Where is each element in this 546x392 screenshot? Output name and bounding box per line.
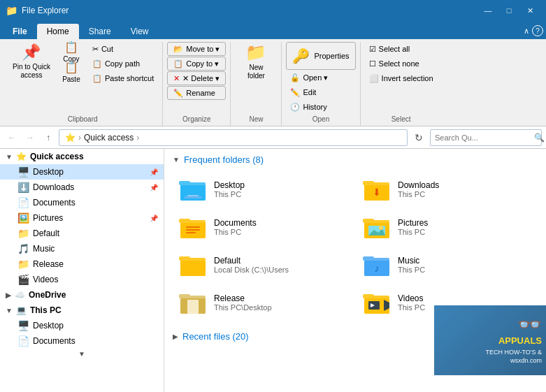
sidebar-item-documents[interactable]: 📄 Documents [0,195,164,210]
folder-info-documents: Documents This PC [214,218,257,236]
forward-button[interactable]: → [22,130,38,145]
close-button[interactable]: ✕ [519,0,540,21]
desktop-icon: 🖥️ [17,166,29,177]
move-to-button[interactable]: 📂 Move to ▾ [167,42,226,56]
frequent-folders-header[interactable]: ▼ Frequent folders (8) [173,154,538,165]
cut-button[interactable]: ✂ Cut [88,42,158,56]
quick-access-icon: ⭐ [16,152,27,161]
folder-sub-videos: This PC [398,303,425,312]
new-folder-button[interactable]: 📁 Newfolder [235,42,277,81]
invert-selection-button[interactable]: ⬜ Invert selection [365,71,438,85]
documents-label: Documents [33,198,158,208]
sidebar-item-release[interactable]: 📁 Release [0,256,164,272]
folder-name-music: Music [398,256,425,266]
edit-button[interactable]: ✏️ Edit [286,85,355,99]
sidebar-item-documents2[interactable]: 📄 Documents [0,333,164,349]
copy-path-button[interactable]: 📋 Copy path [88,57,158,71]
sidebar-item-desktop2[interactable]: 🖥️ Desktop [0,318,164,333]
folder-item-music[interactable]: ♪ Music This PC [357,247,538,282]
organize-label: Organize [167,114,226,123]
back-button[interactable]: ← [4,130,20,145]
recent-files-label: Recent files (20) [182,331,249,342]
folder-item-release[interactable]: Release This PC\Desktop [173,285,354,320]
select-all-label: Select all [379,45,410,53]
folder-name-pictures: Pictures [398,218,428,228]
svg-rect-23 [179,256,190,261]
open-button[interactable]: 🔓 Open ▾ [286,71,355,85]
folder-sub-desktop: This PC [214,190,245,198]
delete-button[interactable]: ✕ ✕ Delete ▾ [167,71,226,85]
pin-label: Pin to Quickaccess [13,63,50,80]
copy-button[interactable]: 📋 Copy [57,42,85,61]
help-button[interactable]: ? [532,25,543,36]
sidebar-section-thispc[interactable]: ▼ 💻 This PC [0,303,164,318]
tab-share[interactable]: Share [79,24,121,39]
move-to-label: Move to ▾ [186,45,220,54]
svg-rect-26 [363,256,374,261]
copy-to-button[interactable]: 📋 Copy to ▾ [167,57,226,71]
svg-rect-30 [179,294,190,298]
copy-path-label: Copy path [105,59,140,68]
tab-view[interactable]: View [121,24,159,39]
expand-icon2: ▶ [6,291,11,299]
folder-item-default[interactable]: Default Local Disk (C:\)\Users [173,247,354,282]
select-none-label: Select none [379,59,419,68]
main: ▼ ⭐ Quick access 🖥️ Desktop 📌 ⬇️ Downloa… [0,149,546,392]
folder-name-videos: Videos [398,293,425,303]
folder-item-documents[interactable]: Documents This PC [173,210,354,245]
pin-indicator2: 📌 [150,184,158,191]
select-buttons: ☑ Select all ☐ Select none ⬜ Invert sele… [365,42,438,114]
scroll-down-button[interactable]: ▼ [0,349,164,359]
paste-shortcut-button[interactable]: 📋 Paste shortcut [88,71,158,85]
expand-icon: ▼ [6,153,13,161]
history-icon: 🕐 [290,103,300,112]
rename-button[interactable]: ✏️ Rename [167,86,226,100]
ribbon-group-new: 📁 Newfolder New [231,42,282,126]
select-all-button[interactable]: ☑ Select all [365,42,438,56]
folder-icon-pictures [363,215,391,240]
documents-icon: 📄 [17,197,29,208]
scroll-down-icon: ▼ [78,350,85,358]
folder-item-downloads[interactable]: ⬇ Downloads This PC [357,172,538,207]
maximize-button[interactable]: □ [498,0,519,21]
search-box[interactable]: 🔍 [430,129,542,146]
folder-name-default: Default [214,256,289,266]
minimize-button[interactable]: — [477,0,498,21]
sidebar-item-default[interactable]: 📁 Default [0,226,164,241]
select-none-button[interactable]: ☐ Select none [365,57,438,71]
sidebar-section-quick-access[interactable]: ▼ ⭐ Quick access [0,149,164,164]
folder-info-videos: Videos This PC [398,293,425,312]
select-all-icon: ☑ [369,45,376,54]
properties-button[interactable]: 🔑 Properties [286,42,355,70]
sidebar-item-pictures[interactable]: 🖼️ Pictures 📌 [0,210,164,226]
folder-grid: Desktop This PC ⬇ Downloads This PC [173,172,538,320]
tab-file[interactable]: File [3,24,37,39]
ribbon-collapse-button[interactable]: ∧ [524,27,529,36]
up-button[interactable]: ↑ [41,130,56,145]
pin-to-quick-access-button[interactable]: 📌 Pin to Quickaccess [7,42,56,81]
copy-to-label: Copy to ▾ [186,59,219,68]
organize-buttons: 📂 Move to ▾ 📋 Copy to ▾ ✕ ✕ Delete ▾ ✏️ … [167,42,226,114]
folder-item-videos[interactable]: Videos This PC [357,285,538,320]
search-input[interactable] [435,133,531,142]
ribbon-group-organize: 📂 Move to ▾ 📋 Copy to ▾ ✕ ✕ Delete ▾ ✏️ … [163,42,231,126]
tab-home[interactable]: Home [37,24,79,39]
folder-sub-documents: This PC [214,228,257,236]
folder-item-pictures[interactable]: Pictures This PC [357,210,538,245]
sidebar-section-onedrive[interactable]: ▶ ☁️ OneDrive [0,287,164,303]
history-button[interactable]: 🕐 History [286,100,355,114]
thispc-icon: 💻 [16,305,27,315]
path-separator2: › [136,133,139,143]
sidebar-item-downloads[interactable]: ⬇️ Downloads 📌 [0,180,164,195]
address-path[interactable]: ⭐ › Quick access › [59,129,408,146]
sidebar-item-desktop[interactable]: 🖥️ Desktop 📌 [0,164,164,180]
sidebar-item-videos[interactable]: 🎬 Videos [0,272,164,287]
new-label: New [235,114,277,123]
recent-files-header[interactable]: ▶ Recent files (20) [173,331,538,342]
folder-item-desktop[interactable]: Desktop This PC [173,172,354,207]
refresh-button[interactable]: ↻ [410,129,427,146]
ribbon-group-select: ☑ Select all ☐ Select none ⬜ Invert sele… [361,42,442,126]
sidebar-item-music[interactable]: 🎵 Music [0,241,164,256]
paste-button[interactable]: 📋 Paste [57,62,85,82]
pictures-icon: 🖼️ [17,212,29,224]
